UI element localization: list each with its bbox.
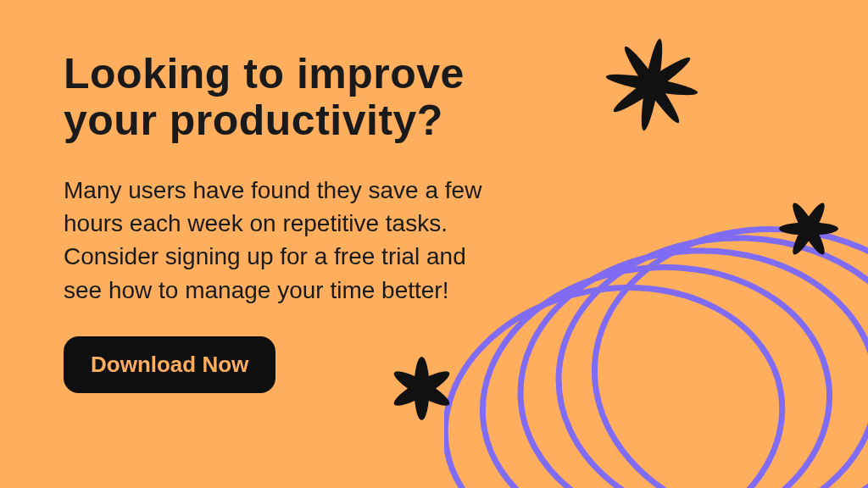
asterisk-icon: [779, 199, 838, 258]
body-text: Many users have found they save a few ho…: [64, 174, 504, 307]
asterisk-icon: [605, 38, 698, 131]
download-button[interactable]: Download Now: [64, 336, 275, 393]
page-heading: Looking to improve your productivity?: [64, 51, 504, 144]
